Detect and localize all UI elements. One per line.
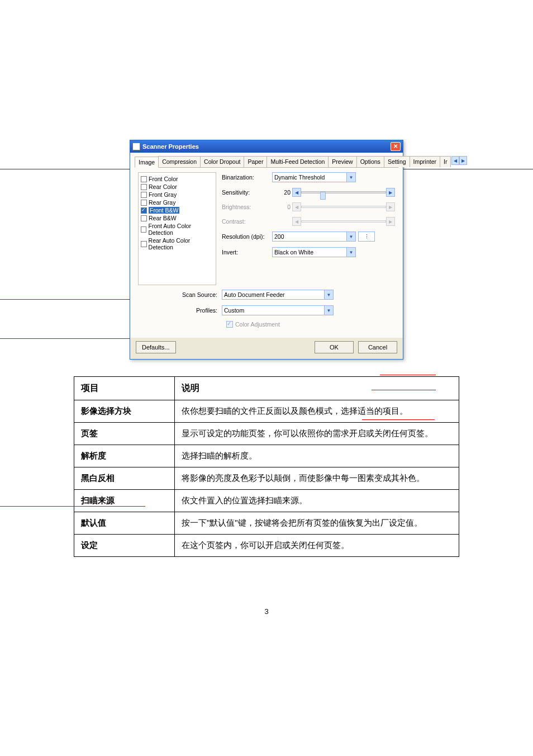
opt-front-gray[interactable]: Front Gray (141, 191, 213, 199)
tab-more[interactable]: Ir (440, 156, 451, 167)
table-header: 说明 (175, 377, 459, 400)
table-cell: 影像选择方块 (74, 400, 175, 423)
resolution-label: Resolution (dpi): (222, 233, 272, 240)
table-cell: 依文件置入的位置选择扫瞄来源。 (175, 490, 459, 512)
table-cell: 选择扫瞄的解析度。 (175, 445, 459, 467)
opt-front-auto[interactable]: Front Auto Color Detection (141, 222, 213, 237)
opt-front-color[interactable]: Front Color (141, 175, 213, 183)
cancel-button[interactable]: Cancel (358, 341, 397, 353)
annotation-line (380, 375, 436, 375)
slider-left-icon[interactable]: ◀ (292, 188, 301, 197)
close-icon[interactable]: ✕ (391, 142, 401, 151)
defaults-button[interactable]: Defaults... (136, 341, 176, 353)
opt-rear-auto[interactable]: Rear Auto Color Detection (141, 237, 213, 251)
table-cell: 按一下"默认值"键，按键将会把所有页签的值恢复为出厂设定值。 (175, 512, 459, 535)
invert-combo[interactable]: Black on White▼ (272, 247, 356, 257)
table-cell: 默认值 (74, 512, 175, 535)
tab-setting[interactable]: Setting (384, 156, 410, 167)
tab-options[interactable]: Options (356, 156, 384, 167)
scan-source-label: Scan Source: (138, 291, 222, 298)
chevron-down-icon: ▼ (346, 232, 355, 241)
annotation-line (0, 299, 148, 300)
invert-label: Invert: (222, 249, 272, 256)
table-cell: 显示可设定的功能页签，你可以依照你的需求开启或关闭任何页签。 (175, 423, 459, 445)
sensitivity-value: 20 (272, 189, 292, 196)
profiles-combo[interactable]: Custom▼ (222, 305, 334, 315)
resolution-combo[interactable]: 200▼ (272, 231, 356, 242)
description-table: 项目 说明 影像选择方块依你想要扫瞄的文件正反面以及颜色模式，选择适当的项目。 … (74, 376, 459, 557)
table-cell: 将影像的亮度及色彩予以颠倒，而使影像中每一图素变成其补色。 (175, 467, 459, 490)
opt-rear-bw[interactable]: Rear B&W (141, 214, 213, 222)
table-cell: 设定 (74, 535, 175, 557)
tab-scroll-left-icon[interactable]: ◀ (451, 156, 459, 165)
resolution-spin[interactable]: ⋮ (358, 231, 375, 242)
brightness-value: 0 (272, 204, 292, 210)
binarization-combo[interactable]: Dynamic Threshold▼ (272, 172, 356, 182)
ok-button[interactable]: OK (315, 341, 354, 353)
table-cell: 页签 (74, 423, 175, 445)
brightness-slider: ◀▶ (292, 202, 395, 211)
binarization-label: Binarization: (222, 174, 272, 181)
chevron-down-icon: ▼ (324, 306, 333, 315)
brightness-label: Brightness: (222, 204, 272, 210)
color-adjustment-checkbox (226, 321, 233, 328)
tab-compression[interactable]: Compression (158, 156, 201, 167)
table-cell: 黑白反相 (74, 467, 175, 490)
contrast-slider: ◀▶ (292, 217, 395, 226)
color-adjustment-label: Color Adjustment (235, 321, 280, 328)
contrast-label: Contrast: (222, 218, 272, 225)
opt-rear-gray[interactable]: Rear Gray (141, 199, 213, 206)
tab-image[interactable]: Image (135, 157, 159, 168)
table-cell: 在这个页签内，你可以开启或关闭任何页签。 (175, 535, 459, 557)
chevron-down-icon: ▼ (346, 173, 355, 182)
scan-source-combo[interactable]: Auto Document Feeder▼ (222, 290, 334, 300)
table-header: 项目 (74, 377, 175, 400)
tab-multifeed[interactable]: Multi-Feed Detection (266, 156, 329, 167)
sensitivity-slider[interactable]: ◀ ▶ (292, 188, 395, 197)
tab-strip: Image Compression Color Dropout Paper Mu… (135, 156, 398, 168)
titlebar: Scanner Properties ✕ (130, 140, 403, 153)
annotation-line (362, 419, 435, 420)
table-cell: 扫瞄来源 (74, 490, 175, 512)
table-cell: 解析度 (74, 445, 175, 467)
tab-imprinter[interactable]: Imprinter (410, 156, 440, 167)
sensitivity-label: Sensitivity: (222, 189, 272, 196)
tab-scroll-right-icon[interactable]: ▶ (459, 156, 467, 165)
window-title: Scanner Properties (142, 143, 199, 150)
chevron-down-icon: ▼ (324, 290, 333, 299)
slider-right-icon[interactable]: ▶ (386, 188, 395, 197)
scanner-properties-dialog: Scanner Properties ✕ Image Compression C… (130, 140, 403, 360)
profiles-label: Profiles: (138, 307, 222, 314)
image-selection-box: Front Color Rear Color Front Gray Rear G… (138, 172, 216, 285)
opt-rear-color[interactable]: Rear Color (141, 183, 213, 191)
page-number: 3 (0, 607, 533, 616)
chevron-down-icon: ▼ (346, 248, 355, 257)
opt-front-bw[interactable]: Front B&W (141, 206, 213, 214)
tab-paper[interactable]: Paper (244, 156, 267, 167)
annotation-line (372, 390, 436, 390)
tab-color-dropout[interactable]: Color Dropout (200, 156, 244, 167)
tab-preview[interactable]: Preview (328, 156, 356, 167)
annotation-line (0, 506, 145, 507)
app-icon (132, 143, 140, 150)
